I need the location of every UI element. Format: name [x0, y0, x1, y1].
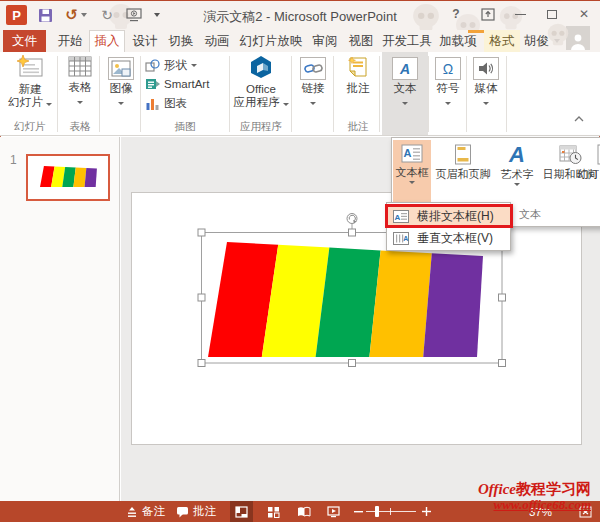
images-button[interactable]: 图像	[102, 57, 140, 108]
images-dropdown-icon	[118, 102, 124, 105]
tab-file[interactable]: 文件	[3, 30, 46, 52]
slide-canvas[interactable]	[131, 192, 582, 445]
person-icon	[569, 32, 587, 50]
svg-text:A: A	[403, 235, 408, 242]
tab-slideshow[interactable]: 幻灯片放映	[236, 30, 306, 52]
group-label-comments: 批注	[336, 120, 380, 134]
slideshow-view-button[interactable]	[322, 501, 345, 522]
flyout-header-footer-button[interactable]: 页眉和页脚	[431, 140, 495, 202]
site-watermark: Office教程学习网 www.office68.com	[478, 481, 591, 512]
notes-label: 备注	[142, 504, 165, 519]
flyout-wordart-button[interactable]: A 艺术字	[495, 140, 539, 202]
flyout-textbox-dropdown-icon	[409, 181, 415, 184]
zoom-in-button[interactable]	[420, 501, 432, 522]
flyout-textbox-button[interactable]: A 文本框	[393, 140, 431, 202]
table-dropdown-icon	[77, 101, 83, 104]
restore-button[interactable]	[544, 6, 560, 22]
group-comments: 批注 批注	[336, 52, 380, 136]
zoom-slider-handle[interactable]	[375, 506, 379, 517]
media-button[interactable]: 媒体	[468, 57, 504, 108]
comment-label: 批注	[347, 82, 370, 94]
watermark-line2: www.office68.com	[478, 497, 591, 512]
zoom-in-icon	[422, 507, 431, 516]
tab-review[interactable]: 审阅	[308, 30, 342, 52]
table-button[interactable]: 表格	[60, 56, 100, 107]
new-slide-button[interactable]: 新建 幻灯片	[4, 55, 56, 109]
tab-insert[interactable]: 插入	[89, 30, 125, 52]
table-label: 表格	[69, 81, 92, 93]
office-apps-label-2: 应用程序	[233, 96, 279, 108]
images-label: 图像	[110, 82, 133, 94]
minimize-button[interactable]	[512, 6, 528, 22]
group-apps: Office 应用程序 应用程序	[232, 52, 290, 136]
slideshow-icon	[327, 506, 340, 518]
tab-format[interactable]: 格式	[484, 30, 520, 52]
ribbon-display-options-icon	[481, 8, 495, 21]
new-comment-button[interactable]: 批注	[336, 56, 380, 95]
group-divider	[466, 56, 467, 132]
window-controls: ? ✕	[448, 6, 592, 22]
ribbon-tab-row: 文件 开始 插入 设计 切换 动画 幻灯片放映 审阅 视图 开发工具 加载项 格…	[0, 30, 600, 52]
header-footer-icon	[454, 144, 472, 165]
slide-sorter-view-button[interactable]	[262, 501, 285, 522]
group-slides: 新建 幻灯片 幻灯片	[4, 52, 56, 136]
group-divider	[291, 56, 292, 132]
chart-icon	[145, 97, 160, 110]
svg-text:A: A	[404, 147, 412, 159]
help-button[interactable]: ?	[448, 6, 464, 22]
symbols-button[interactable]: Ω 符号	[430, 57, 466, 108]
normal-view-icon	[235, 506, 248, 518]
normal-view-button[interactable]	[230, 501, 253, 522]
comments-label: 批注	[193, 504, 216, 519]
smartart-label: SmartArt	[164, 78, 209, 90]
images-icon	[111, 60, 131, 77]
text-label: 文本	[394, 82, 417, 94]
flyout-wordart-label: 艺术字	[501, 168, 534, 180]
tab-animations[interactable]: 动画	[200, 30, 234, 52]
smartart-button[interactable]: SmartArt	[145, 77, 209, 90]
tab-addins[interactable]: 加载项	[436, 30, 480, 52]
flyout-slide-number-label: 幻灯片编号	[578, 168, 600, 180]
group-label-table: 表格	[60, 120, 100, 134]
zoom-out-button[interactable]	[352, 501, 364, 522]
skull-watermark	[545, 23, 571, 47]
chart-button[interactable]: 图表	[145, 96, 187, 111]
close-button[interactable]: ✕	[576, 6, 592, 22]
text-button[interactable]: A 文本	[382, 57, 428, 108]
slide-number-icon	[597, 144, 600, 165]
tab-view[interactable]: 视图	[344, 30, 378, 52]
comments-button[interactable]: 批注	[176, 501, 216, 522]
collapse-ribbon-button[interactable]	[574, 116, 584, 122]
office-apps-button[interactable]: Office 应用程序	[232, 55, 290, 109]
new-slide-dropdown-icon	[46, 103, 52, 106]
tab-design[interactable]: 设计	[128, 30, 162, 52]
shapes-label: 形状	[164, 58, 187, 73]
tab-transitions[interactable]: 切换	[164, 30, 198, 52]
office-apps-icon	[248, 55, 274, 79]
group-label-slides: 幻灯片	[4, 120, 56, 134]
group-divider	[333, 56, 334, 132]
flyout-slide-number-button[interactable]: 幻灯片编号	[575, 140, 600, 202]
notes-icon	[126, 506, 138, 518]
tab-home[interactable]: 开始	[53, 30, 87, 52]
flyout-group-label: 文本	[519, 207, 541, 222]
notes-button[interactable]: 备注	[126, 501, 165, 522]
ribbon-display-options-button[interactable]	[480, 6, 496, 22]
office-apps-dropdown-icon	[283, 103, 289, 106]
menu-item-vertical-textbox[interactable]: A 垂直文本框(V)	[387, 227, 510, 249]
minimize-icon	[515, 14, 526, 15]
reading-view-button[interactable]	[292, 501, 315, 522]
chart-label: 图表	[164, 96, 187, 111]
shapes-button[interactable]: 形状	[145, 58, 197, 73]
group-divider	[57, 56, 58, 132]
slide-thumbnail[interactable]	[26, 154, 110, 201]
links-button[interactable]: 链接	[294, 57, 332, 108]
shapes-icon	[145, 59, 160, 72]
wordart-icon: A	[508, 144, 525, 165]
group-images: 图像	[102, 52, 140, 136]
flyout-textbox-label: 文本框	[396, 166, 429, 178]
group-label-illustrations: 插图	[142, 120, 228, 134]
tab-developer[interactable]: 开发工具	[380, 30, 434, 52]
comment-note-icon	[347, 56, 369, 78]
flyout-header-footer-label: 页眉和页脚	[436, 168, 491, 180]
